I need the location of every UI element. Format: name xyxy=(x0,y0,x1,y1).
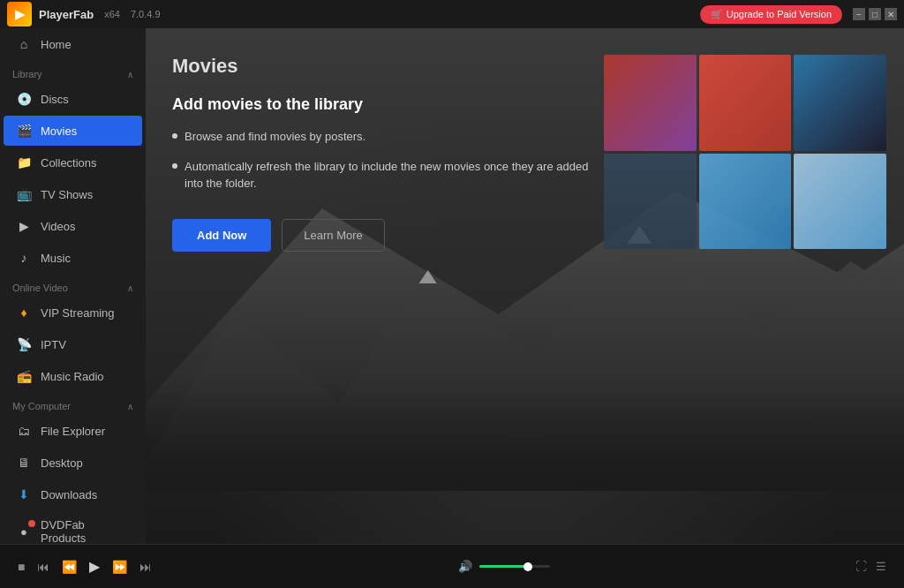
sidebar-item-music-radio[interactable]: 📻 Music Radio xyxy=(4,361,142,391)
downloads-icon: ⬇ xyxy=(16,486,32,502)
section-title: Add movies to the library xyxy=(172,95,878,114)
window-controls: − □ ✕ xyxy=(853,8,897,20)
sidebar-section-my-computer: My Computer ∧ xyxy=(0,392,146,415)
radio-icon: 📻 xyxy=(16,368,32,384)
content-overlay: Movies Add movies to the library Browse … xyxy=(146,28,904,544)
title-bar-right: 🛒 Upgrade to Paid Version − □ ✕ xyxy=(700,5,897,24)
sidebar-item-file-explorer[interactable]: 🗂 File Explorer xyxy=(4,416,142,446)
maximize-button[interactable]: □ xyxy=(869,8,881,20)
sidebar-item-tv-shows[interactable]: 📺 TV Shows xyxy=(4,179,142,209)
volume-section: 🔊 xyxy=(458,560,550,573)
player-bar: ■ ⏮ ⏪ ▶ ⏩ ⏭ 🔊 ⛶ ☰ xyxy=(0,544,904,588)
title-bar: ▶ PlayerFab x64 7.0.4.9 🛒 Upgrade to Pai… xyxy=(0,0,904,28)
sidebar-item-downloads[interactable]: ⬇ Downloads xyxy=(4,479,142,509)
cart-icon: 🛒 xyxy=(711,9,723,20)
sidebar-item-desktop[interactable]: 🖥 Desktop xyxy=(4,448,142,478)
sidebar-item-discs[interactable]: 💿 Discs xyxy=(4,84,142,114)
tv-icon: 📺 xyxy=(16,186,32,202)
minimize-button[interactable]: − xyxy=(853,8,865,20)
app-info: ▶ PlayerFab x64 7.0.4.9 xyxy=(7,2,161,26)
sidebar-item-iptv[interactable]: 📡 IPTV xyxy=(4,329,142,359)
page-title: Movies xyxy=(172,55,878,78)
stop-button[interactable]: ■ xyxy=(18,560,25,574)
dvdfab-badge xyxy=(28,520,35,527)
upgrade-button[interactable]: 🛒 Upgrade to Paid Version xyxy=(700,5,842,24)
video-icon: ▶ xyxy=(16,218,32,234)
desktop-icon: 🖥 xyxy=(16,455,32,471)
bullet-item-2: Automatically refresh the library to inc… xyxy=(172,158,596,192)
collections-icon: 📁 xyxy=(16,155,32,170)
sidebar-item-videos[interactable]: ▶ Videos xyxy=(4,211,142,241)
sidebar-item-movies[interactable]: 🎬 Movies xyxy=(4,116,142,146)
volume-thumb xyxy=(524,562,532,571)
app-logo: ▶ xyxy=(7,2,32,26)
iptv-icon: 📡 xyxy=(16,336,32,352)
forward-button[interactable]: ⏩ xyxy=(112,560,127,574)
fullscreen-button[interactable]: ⛶ xyxy=(855,560,867,573)
volume-fill xyxy=(479,565,525,568)
vip-icon: ♦ xyxy=(16,305,32,320)
sidebar-section-online-video: Online Video ∧ xyxy=(0,274,146,297)
action-buttons: Add Now Learn More xyxy=(172,219,878,252)
sidebar-item-home[interactable]: ⌂ Home xyxy=(4,29,142,59)
volume-slider[interactable] xyxy=(479,565,550,568)
bullet-item-1: Browse and find movies by posters. xyxy=(172,128,596,146)
app-version: 7.0.4.9 xyxy=(131,9,161,19)
sidebar-section-library: Library ∧ xyxy=(0,60,146,83)
library-chevron-icon: ∧ xyxy=(127,70,133,79)
player-controls: ■ ⏮ ⏪ ▶ ⏩ ⏭ xyxy=(18,558,152,575)
app-arch: x64 xyxy=(104,9,120,19)
rewind-button[interactable]: ⏪ xyxy=(62,560,77,574)
volume-button[interactable]: 🔊 xyxy=(458,560,472,573)
file-explorer-icon: 🗂 xyxy=(16,423,32,439)
disc-icon: 💿 xyxy=(16,91,32,107)
sidebar-item-dvdfab-products[interactable]: ● DVDFab Products xyxy=(4,511,142,544)
movie-icon: 🎬 xyxy=(16,123,32,139)
bullet-dot-2 xyxy=(172,163,177,169)
dvdfab-icon: ● xyxy=(16,524,32,539)
close-button[interactable]: ✕ xyxy=(885,8,897,20)
sidebar-item-vip-streaming[interactable]: ♦ VIP Streaming xyxy=(4,298,142,328)
app-body: ⌂ Home Library ∧ 💿 Discs 🎬 Movies 📁 Coll… xyxy=(0,28,904,544)
home-icon: ⌂ xyxy=(16,36,32,52)
music-icon: ♪ xyxy=(16,250,32,266)
sidebar-item-music[interactable]: ♪ Music xyxy=(4,243,142,273)
add-now-button[interactable]: Add Now xyxy=(172,219,271,252)
learn-more-button[interactable]: Learn More xyxy=(282,219,384,252)
prev-button[interactable]: ⏮ xyxy=(37,560,49,574)
online-video-chevron-icon: ∧ xyxy=(127,283,133,293)
my-computer-chevron-icon: ∧ xyxy=(127,402,133,411)
playlist-button[interactable]: ☰ xyxy=(876,560,886,573)
sidebar-item-collections[interactable]: 📁 Collections xyxy=(4,147,142,177)
player-right: ⛶ ☰ xyxy=(855,560,886,573)
app-name: PlayerFab xyxy=(39,8,94,21)
play-button[interactable]: ▶ xyxy=(89,558,100,575)
sidebar: ⌂ Home Library ∧ 💿 Discs 🎬 Movies 📁 Coll… xyxy=(0,28,146,544)
content-area: Movies Add movies to the library Browse … xyxy=(146,28,904,544)
next-button[interactable]: ⏭ xyxy=(139,560,152,574)
bullet-dot-1 xyxy=(172,133,177,139)
